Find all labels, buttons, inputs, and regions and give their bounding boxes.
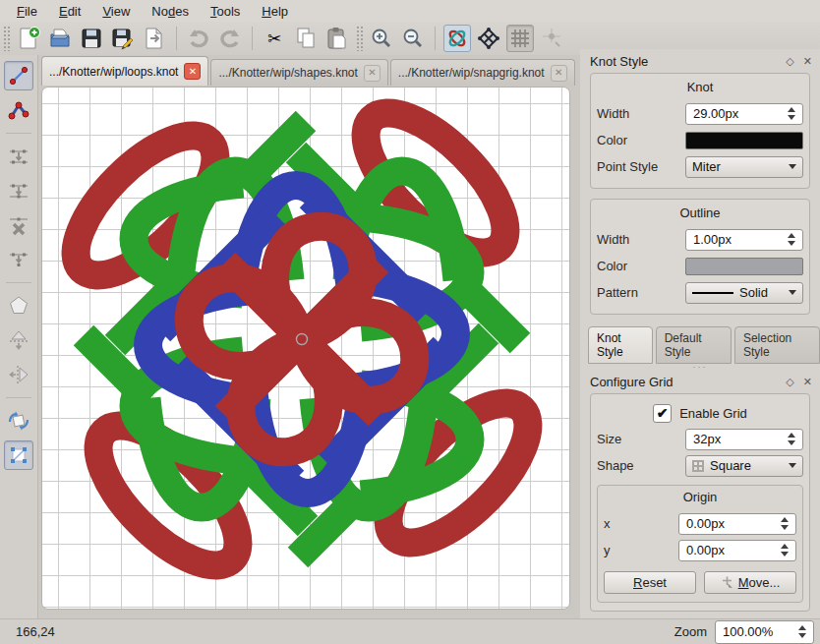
float-panel-icon[interactable]: ◇	[786, 55, 793, 68]
chevron-down-icon	[789, 290, 796, 295]
node-chain-tool-button[interactable]	[4, 95, 33, 125]
node-knot-icon	[476, 26, 501, 51]
rotate-tool-button[interactable]	[4, 406, 33, 436]
knot-color-label: Color	[597, 133, 685, 147]
outline-color-swatch[interactable]	[685, 258, 803, 275]
redo-icon	[217, 26, 243, 51]
doc-tab-shapes[interactable]: .../Knotter/wip/shapes.knot ✕	[210, 59, 387, 86]
paste-button[interactable]	[323, 25, 351, 52]
knot-width-spinbox[interactable]: 29.00px	[685, 103, 803, 125]
outline-color-label: Color	[597, 259, 685, 273]
menu-file[interactable]: File	[6, 2, 48, 21]
menu-help[interactable]: Help	[251, 2, 299, 21]
tab-default-style[interactable]: Default Style	[656, 326, 732, 364]
tab-close-button[interactable]: ✕	[364, 65, 381, 82]
point-style-label: Point Style	[597, 159, 685, 174]
edge-tool-button[interactable]	[4, 61, 33, 90]
origin-group-title: Origin	[604, 490, 796, 504]
origin-y-spinbox[interactable]: 0.00px	[678, 540, 796, 561]
grid-size-spinbox[interactable]: 32px	[685, 429, 803, 450]
scale-select-tool-icon	[7, 443, 30, 467]
remove-node-button[interactable]	[4, 210, 33, 240]
menu-tools[interactable]: Tools	[200, 2, 251, 21]
redo-button[interactable]	[216, 25, 244, 52]
float-panel-icon[interactable]: ◇	[786, 376, 793, 388]
flip-vertical-button[interactable]	[4, 325, 33, 355]
knot-width-label: Width	[597, 106, 685, 121]
spinner-buttons[interactable]	[784, 233, 802, 246]
origin-x-spinbox[interactable]: 0.00px	[678, 513, 796, 535]
move-origin-button[interactable]: Move...	[704, 571, 796, 594]
polygon-tool-button[interactable]	[4, 291, 33, 321]
insert-node-button[interactable]	[4, 176, 33, 205]
spinner-buttons[interactable]	[784, 107, 802, 120]
zoom-spinbox[interactable]: 100.00%	[715, 620, 814, 644]
cut-button[interactable]: ✂	[261, 25, 288, 52]
menu-edit[interactable]: Edit	[48, 2, 91, 21]
chevron-down-icon	[789, 463, 796, 468]
toolbar-drag-handle[interactable]	[356, 26, 363, 51]
knot-display-toggle[interactable]	[443, 25, 471, 52]
outline-width-spinbox[interactable]: 1.00px	[685, 229, 803, 251]
open-icon	[47, 26, 73, 51]
zoom-out-button[interactable]	[399, 25, 427, 52]
scale-select-tool-button[interactable]	[4, 440, 33, 470]
zoom-in-icon	[369, 26, 394, 51]
close-panel-icon[interactable]: ✕	[803, 55, 812, 68]
tab-close-button[interactable]: ✕	[551, 65, 567, 82]
zoom-out-icon	[400, 26, 426, 51]
menu-view[interactable]: View	[91, 2, 141, 21]
node-knot-button[interactable]	[475, 25, 502, 52]
close-panel-icon[interactable]: ✕	[803, 376, 812, 388]
reset-origin-button[interactable]: Reset	[604, 571, 696, 594]
save-button[interactable]	[78, 25, 105, 52]
flip-horizontal-icon	[7, 363, 30, 386]
merge-node-button[interactable]	[4, 245, 33, 274]
sidebar-separator	[6, 282, 31, 283]
knot-color-swatch[interactable]	[685, 132, 803, 149]
knot-canvas[interactable]	[38, 86, 580, 619]
grid-shape-combobox[interactable]: Square	[685, 455, 803, 477]
menu-nodes[interactable]: Nodes	[141, 2, 200, 21]
snap-node-button[interactable]	[538, 25, 565, 52]
knot-page[interactable]	[41, 87, 570, 610]
style-tab-bar: Knot Style Default Style Selection Style	[588, 326, 820, 364]
origin-x-label: x	[604, 516, 678, 531]
doc-tab-loops[interactable]: .../Knotter/wip/loops.knot ✕	[41, 56, 208, 86]
dock-splitter-handle[interactable]: ···	[580, 364, 820, 370]
pattern-combobox[interactable]: Solid	[685, 282, 803, 304]
open-button[interactable]	[46, 25, 74, 52]
grid-shape-label: Shape	[597, 458, 685, 473]
grid-toggle-button[interactable]	[506, 25, 534, 52]
save-as-button[interactable]	[109, 25, 137, 52]
check-icon: ✔	[657, 405, 669, 421]
paste-icon	[324, 26, 350, 51]
zoom-in-button[interactable]	[368, 25, 395, 52]
doc-tab-title: .../Knotter/wip/snapgrig.knot	[398, 66, 545, 80]
enable-grid-checkbox[interactable]: ✔	[653, 404, 672, 423]
edge-tool-icon	[7, 64, 30, 88]
configure-grid-panel-header: Configure Grid ◇ ✕	[590, 372, 812, 391]
flip-horizontal-button[interactable]	[4, 360, 33, 389]
doc-tab-snapgrig[interactable]: .../Knotter/wip/snapgrig.knot ✕	[390, 59, 575, 86]
spinner-buttons[interactable]	[777, 517, 795, 530]
tab-close-button[interactable]: ✕	[184, 63, 201, 80]
new-document-button[interactable]	[15, 25, 42, 52]
panel-title: Configure Grid	[590, 375, 777, 389]
origin-y-label: y	[604, 543, 678, 557]
spinner-buttons[interactable]	[794, 625, 813, 638]
spinner-buttons[interactable]	[777, 544, 795, 556]
spinner-buttons[interactable]	[784, 433, 802, 445]
outline-group-title: Outline	[597, 205, 803, 220]
tab-selection-style[interactable]: Selection Style	[734, 326, 820, 364]
knot-display-icon	[444, 26, 470, 51]
copy-button[interactable]	[292, 25, 320, 52]
insert-edge-node-button[interactable]	[4, 142, 33, 171]
point-style-combobox[interactable]: Miter	[685, 156, 803, 178]
toolbar-drag-handle[interactable]	[3, 26, 10, 51]
export-button[interactable]	[141, 25, 168, 52]
move-cursor-icon	[721, 576, 733, 589]
undo-button[interactable]	[185, 25, 212, 52]
sidebar-separator	[6, 133, 31, 134]
tab-knot-style[interactable]: Knot Style	[588, 326, 653, 364]
